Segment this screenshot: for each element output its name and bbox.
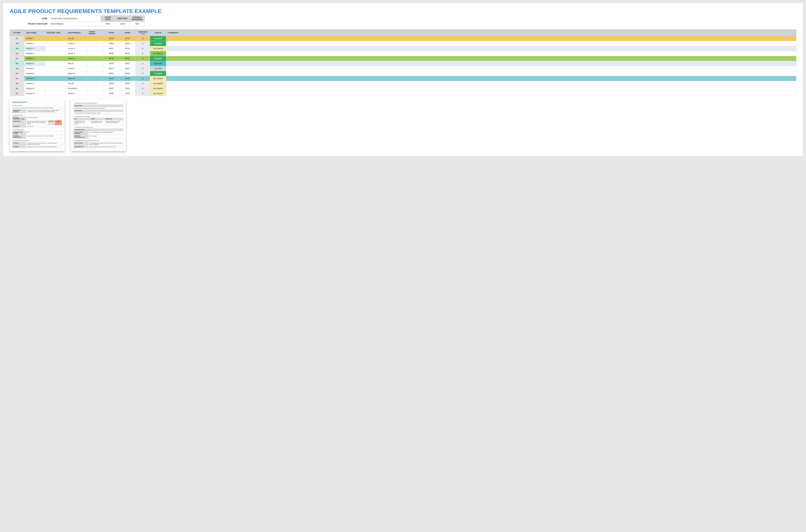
cell-responsible: Frank C. [66, 66, 87, 71]
cell-start: 09/24 [103, 81, 119, 86]
cell-risk: No [10, 86, 24, 91]
cell-finish: 09/17 [119, 61, 136, 66]
cell-story [87, 51, 103, 56]
cell-status: Complete [150, 36, 166, 41]
desc-label: DESCRIPTION [13, 120, 26, 125]
cell-risk: No [10, 41, 24, 46]
table-row: NoFeature 7Alex B.09/2409/296Not Started [10, 81, 796, 86]
cell-duration: 11 [136, 36, 150, 41]
cell-responsible: Alex B. [66, 61, 87, 66]
impact-text: Could delay the real-time tracking featu… [90, 120, 105, 125]
cell-status: Not Started [150, 91, 166, 96]
cell-task: Feature 3 [24, 51, 45, 56]
cell-story [87, 71, 103, 76]
table-header-row: AT RISK TASK NAME FEATURE TYPE RESPONSIB… [10, 30, 796, 36]
cell-finish: 09/07 [119, 41, 136, 46]
cell-responsible: Jacob S. [66, 91, 87, 96]
cell-responsible: Shari W. [66, 76, 87, 81]
cell-comments [166, 91, 796, 96]
cell-start: 09/22 [103, 71, 119, 76]
cell-task: SPRINT 2 [24, 56, 45, 61]
col-feature-type: FEATURE TYPE [45, 30, 66, 36]
cell-comments [166, 56, 796, 61]
cell-finish: 09/13 [119, 36, 136, 41]
cell-status: Not Started [150, 46, 166, 51]
cell-duration: 5 [136, 66, 150, 71]
dep-us-label: DEPENDENT USER STORIES [13, 131, 26, 135]
col-responsible: RESPONSIBLE [66, 30, 87, 36]
cell-status: Not Started [150, 86, 166, 91]
col-duration: DURATIONin days [136, 30, 150, 36]
section-acceptance-criteria: 4. ACCEPTANCE CRITERIA [12, 140, 62, 141]
cell-task: SPRINT 1 [24, 36, 45, 41]
cell-start: 09/24 [103, 76, 119, 81]
cell-story [87, 46, 103, 51]
table-row: NoFeature 8Kennedy K.09/2710/026Not Star… [10, 86, 796, 91]
cell-feature [45, 66, 66, 71]
cell-story [87, 86, 103, 91]
cell-responsible: Jacob S. [66, 56, 87, 61]
cell-duration: 9 [136, 56, 150, 61]
constraints-text: Budget allocation for third-party API in… [74, 112, 123, 114]
cell-feature [45, 86, 66, 91]
cell-start: 09/16 [103, 56, 119, 61]
cell-task: Feature 8 [24, 86, 45, 91]
acceptance-criteria-label: ACCEPTANCE CRITERIA [13, 109, 26, 113]
section-assumptions: 5. ASSUMPTIONS AND CONSTRAINTS [74, 102, 123, 104]
cell-duration: 2 [136, 61, 150, 66]
cell-status: Complete [150, 71, 166, 76]
end-date-value: 10/10 [115, 22, 130, 26]
cell-feature [45, 76, 66, 81]
cell-status: Not Started [150, 81, 166, 86]
cell-start: 09/16 [103, 61, 119, 66]
table-row: NoFeature 1Frank C.09/0309/075Complete [10, 41, 796, 46]
cell-feature [45, 71, 66, 76]
criteria1-text: Customers can see the current status (e.… [26, 142, 62, 146]
ecd-text: End of the sprint [89, 135, 123, 138]
cell-comments [166, 81, 796, 86]
cell-risk: No [10, 71, 24, 76]
col-story-points: STORY POINTS [87, 30, 103, 36]
table-row: NoSPRINT 1Alex B.09/0309/1311Complete [10, 36, 796, 41]
thumbnail-row: REQUIREMENTS 1. USER STORY As a customer… [10, 99, 796, 151]
overall-progress-header: OVERALL PROGRESS [130, 16, 145, 22]
impact-header: IMPACT [90, 118, 105, 120]
priority-value: High [55, 120, 62, 125]
user-story-text: As a customer, I want to be able to trac… [13, 107, 62, 109]
table-row: NoFeature 3Jacob S.09/0909/135In Progres… [10, 51, 796, 56]
cell-risk: No [10, 36, 24, 41]
cell-status: Not Started [150, 76, 166, 81]
cell-duration: 6 [136, 86, 150, 91]
table-row: YesFeature 2Jacob S.09/0709/126Not Start… [10, 46, 796, 51]
cell-responsible: Frank C. [66, 41, 87, 46]
cell-comments [166, 66, 796, 71]
est-text: 8 story points [26, 125, 62, 128]
cell-finish: 10/05 [119, 91, 136, 96]
col-status: STATUS [150, 30, 166, 36]
col-task-name: TASK NAME [24, 30, 45, 36]
cell-comments [166, 51, 796, 56]
table-row: NoSPRINT 2Jacob S.09/1609/249Complete [10, 56, 796, 61]
cell-responsible: Alex B. [66, 36, 87, 41]
cell-start: 09/03 [103, 36, 119, 41]
dep-us-text: None [26, 131, 62, 135]
cell-feature [45, 91, 66, 96]
retro-label: RETROSPECTIVE [74, 146, 89, 148]
desc-text: Develop a system that allows customers t… [26, 120, 48, 125]
cell-risk: No [10, 81, 24, 86]
cell-finish: 09/24 [119, 56, 136, 61]
cell-start: 09/07 [103, 46, 119, 51]
cell-feature [45, 36, 66, 41]
iteration-label: ITERATION: Sprint 8 [74, 129, 123, 131]
mitigation-header: MITIGATION [105, 118, 123, 120]
end-date-header: END DATE [115, 16, 130, 22]
section-risks: 6. RISKS AND MITIGATION [74, 116, 123, 117]
col-finish: FINISH [119, 30, 136, 36]
cell-status: Complete [150, 41, 166, 46]
cell-responsible: Alex B. [66, 81, 87, 86]
col-at-risk: AT RISK [10, 30, 24, 36]
assumptions-text: Customers have stable internet connectio… [74, 107, 123, 110]
col-start: START [103, 30, 119, 36]
cell-status: On Hold [150, 66, 166, 71]
section-description: 2. DESCRIPTION [12, 114, 62, 116]
